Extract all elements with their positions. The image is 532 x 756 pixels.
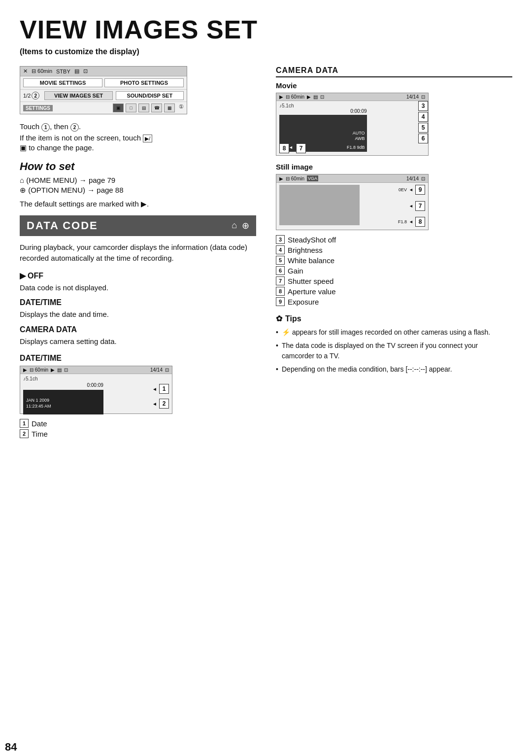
num-box-8b: 8 [415,217,425,227]
date-mockup: ▶ ⊟ 60min ▶ ▤ ⊡ 14/14 ⊡ ♪5.1ch 0:00:09 [20,366,172,414]
still-mockup-body: 0EV ◄ 9 ◄ 7 F1.8 ◄ 8 [276,183,428,230]
date-num-1: 1 [159,384,169,394]
movie-auto: AUTO [353,131,365,136]
list-item: 9 Exposure [276,297,512,306]
how-to-set-heading: How to set [20,160,256,173]
movie-aperture-gain: F1.8 9dB [347,145,365,150]
cam-item-label-7: Shutter speed [288,277,333,285]
mockup-circle-2: 2 [32,92,39,100]
datetime-sub-heading: DATE/TIME [20,298,256,307]
item-label-2: Time [32,430,48,438]
movie-bottom-nums: 8 7 [279,143,306,153]
date-mockup-body: ♪5.1ch 0:00:09 JAN 1 2009 11:23:45 AM [20,374,172,413]
circle-2: 2 [70,123,79,132]
movie-mockup-top: ▶ ⊟ 60min ▶ ▤ ⊡ 14/14 ⊡ [276,93,428,101]
movie-battery: ⊟ 60min [286,94,304,100]
cam-item-num-3: 3 [276,235,285,244]
mockup-circle-1: ① [179,103,184,112]
cam-item-label-5: White balance [288,256,334,265]
movie-mockup-body: ♪5.1ch 0:00:09 AUTO AWB 100◄ F1.8 [276,101,428,155]
mockup-bottom-row: SETTINGS ▣ □ ▤ ☎ ▦ ① [20,102,187,114]
then-text: , then [50,122,70,131]
mockup-icon-5: ▦ [164,103,175,112]
mockup-view-images: VIEW IMAGES SET [44,91,112,100]
default-note: The default settings are marked with ▶. [20,200,256,208]
page-number: 84 [5,741,17,754]
mockup-cam-icon: ⊡ [83,68,88,74]
date-mockup-icon: ▶ [23,367,27,373]
tip-item-2: The data code is displayed on the TV scr… [276,341,512,361]
list-item: 7 Shutter speed [276,276,512,285]
cam-item-num-5: 5 [276,256,285,265]
list-item: 4 Brightness [276,245,512,254]
datetime-main-section: DATE/TIME ▶ ⊟ 60min ▶ ▤ ⊡ 14/14 ⊡ ♪5.1ch… [20,354,256,438]
cam-item-label-3: SteadyShot off [288,236,336,244]
option-menu-item: ⊕ (OPTION MENU) → page 88 [20,186,256,195]
movie-time: 0:00:09 [279,108,367,114]
num-box-5: 5 [418,123,428,133]
mockup-photo-settings: PHOTO SETTINGS [104,78,184,87]
camera-data-sub-heading: CAMERA DATA [20,325,256,334]
mockup-icon-3: ▤ [138,103,149,112]
page-title: VIEW IMAGES SET [20,15,512,44]
still-ev: 0EV [399,187,407,192]
num-box-4: 4 [418,112,428,122]
mockup-icons: ▣ □ ▤ ☎ ▦ ① [113,103,184,112]
date-mockup-right: ◄ 1 ◄ 2 [103,376,169,412]
list-item: 8 Aperture value [276,287,512,296]
cam-item-num-9: 9 [276,297,285,306]
mockup-sound-disp: SOUND/DISP SET [116,91,184,100]
still-top-icon: ▶ [279,176,283,181]
still-arrow-8: ◄ [409,219,413,224]
num-box-6: 6 [418,134,428,143]
tips-section: ✿ Tips ⚡ appears for still images record… [276,314,512,375]
still-image-label: Still image [276,163,512,171]
num-box-9: 9 [415,185,425,195]
mockup-icon-2: □ [126,103,136,112]
circle-1: 1 [41,123,50,132]
cam-item-num-4: 4 [276,245,285,254]
date-mockup-top: ▶ ⊟ 60min ▶ ▤ ⊡ 14/14 ⊡ [20,366,172,374]
still-num-9: 0EV ◄ 9 [399,185,425,195]
off-heading: OFF [20,271,256,280]
camera-data-right-heading: CAMERA DATA [276,66,512,77]
date-mockup-timecode: 14/14 [150,367,163,373]
item-num-2: 2 [20,429,29,438]
movie-timecode: 14/14 [406,94,419,100]
date-channel: ♪5.1ch [23,376,103,381]
touch-note-line2: If the item is not on the screen, touch … [20,134,256,142]
option-icon: ⊕ [20,186,28,194]
movie-tape: ▤ [313,94,318,100]
movie-cam2: ⊡ [421,94,425,100]
list-item: 6 Gain [276,266,512,275]
touch-note-line3: ▣ to change the page. [20,143,256,152]
left-column: ✕ ⊟ 60min STBY ▤ ⊡ MOVIE SETTINGS PHOTO … [20,66,256,446]
subtitle: (Items to customize the display) [20,47,512,56]
date-arrow-1: ◄ [152,386,157,392]
mockup-settings-label: SETTINGS [23,105,53,111]
data-code-box: DATA CODE ⌂ ⊕ [20,215,256,236]
cam-item-label-9: Exposure [288,298,319,306]
movie-top-icon: ▶ [279,94,283,100]
still-battery: ⊟ 60min [286,176,304,181]
still-cam: ⊡ [421,176,425,181]
datetime-sub-section: DATE/TIME Displays the date and time. [20,298,256,320]
date-mockup-battery: ⊟ 60min [30,367,48,373]
mockup-tape: ▤ [74,68,79,74]
date-num-2: 2 [159,399,169,409]
description-text: During playback, your camcorder displays… [20,242,256,264]
ui-mockup: ✕ ⊟ 60min STBY ▤ ⊡ MOVIE SETTINGS PHOTO … [20,66,187,114]
mockup-icon-4: ☎ [151,103,162,112]
tips-heading: ✿ Tips [276,314,512,323]
date-mockup-tape: ▤ [57,367,62,373]
off-text: Data code is not displayed. [20,282,256,294]
num-box-7: 7 [296,143,306,153]
still-mockup-top: ▶ ⊟ 60min VGA 14/14 ⊡ [276,174,428,183]
still-arrow-7: ◄ [409,204,413,208]
movie-awb: AWB [355,136,365,141]
mockup-page-indicator: 1/2 [23,93,31,99]
how-to-set-section: How to set ⌂ (HOME MENU) → page 79 ⊕ (OP… [20,160,256,208]
still-aperture: F1.8 [398,219,407,224]
home-menu-item: ⌂ (HOME MENU) → page 79 [20,176,256,184]
movie-label: Movie [276,81,512,90]
